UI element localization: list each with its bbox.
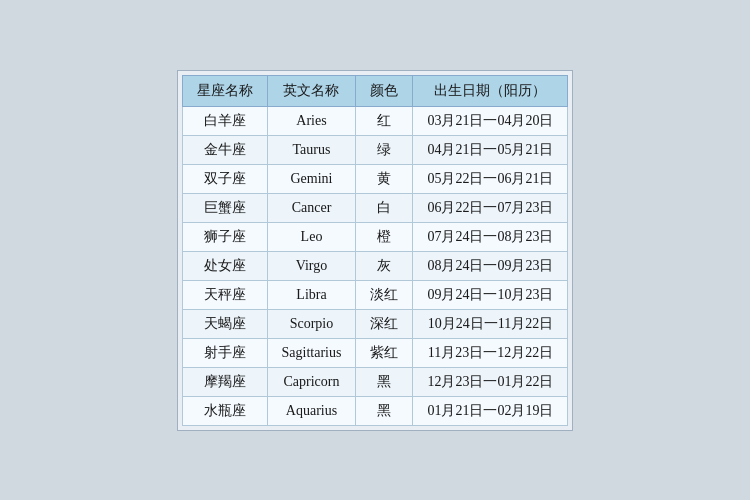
cell-r4-c3: 07月24日一08月23日 bbox=[413, 222, 568, 251]
cell-r5-c1: Virgo bbox=[267, 251, 356, 280]
cell-r0-c3: 03月21日一04月20日 bbox=[413, 106, 568, 135]
cell-r0-c2: 红 bbox=[356, 106, 413, 135]
table-row: 狮子座Leo橙07月24日一08月23日 bbox=[182, 222, 568, 251]
cell-r0-c0: 白羊座 bbox=[182, 106, 267, 135]
col-header-english-name: 英文名称 bbox=[267, 75, 356, 106]
cell-r7-c1: Scorpio bbox=[267, 309, 356, 338]
col-header-birthdate: 出生日期（阳历） bbox=[413, 75, 568, 106]
cell-r6-c3: 09月24日一10月23日 bbox=[413, 280, 568, 309]
table-row: 天蝎座Scorpio深红10月24日一11月22日 bbox=[182, 309, 568, 338]
cell-r6-c0: 天秤座 bbox=[182, 280, 267, 309]
cell-r5-c3: 08月24日一09月23日 bbox=[413, 251, 568, 280]
cell-r2-c0: 双子座 bbox=[182, 164, 267, 193]
cell-r9-c2: 黑 bbox=[356, 367, 413, 396]
cell-r8-c3: 11月23日一12月22日 bbox=[413, 338, 568, 367]
cell-r5-c0: 处女座 bbox=[182, 251, 267, 280]
cell-r7-c3: 10月24日一11月22日 bbox=[413, 309, 568, 338]
cell-r8-c1: Sagittarius bbox=[267, 338, 356, 367]
cell-r8-c2: 紫红 bbox=[356, 338, 413, 367]
cell-r1-c0: 金牛座 bbox=[182, 135, 267, 164]
cell-r3-c2: 白 bbox=[356, 193, 413, 222]
cell-r3-c0: 巨蟹座 bbox=[182, 193, 267, 222]
cell-r7-c0: 天蝎座 bbox=[182, 309, 267, 338]
cell-r6-c2: 淡红 bbox=[356, 280, 413, 309]
cell-r10-c1: Aquarius bbox=[267, 396, 356, 425]
table-body: 白羊座Aries红03月21日一04月20日金牛座Taurus绿04月21日一0… bbox=[182, 106, 568, 425]
cell-r1-c3: 04月21日一05月21日 bbox=[413, 135, 568, 164]
table-row: 天秤座Libra淡红09月24日一10月23日 bbox=[182, 280, 568, 309]
table-header-row: 星座名称 英文名称 颜色 出生日期（阳历） bbox=[182, 75, 568, 106]
cell-r6-c1: Libra bbox=[267, 280, 356, 309]
table-row: 白羊座Aries红03月21日一04月20日 bbox=[182, 106, 568, 135]
col-header-color: 颜色 bbox=[356, 75, 413, 106]
cell-r9-c3: 12月23日一01月22日 bbox=[413, 367, 568, 396]
cell-r10-c2: 黑 bbox=[356, 396, 413, 425]
table-row: 巨蟹座Cancer白06月22日一07月23日 bbox=[182, 193, 568, 222]
zodiac-table-container: 星座名称 英文名称 颜色 出生日期（阳历） 白羊座Aries红03月21日一04… bbox=[177, 70, 574, 431]
col-header-chinese-name: 星座名称 bbox=[182, 75, 267, 106]
cell-r3-c3: 06月22日一07月23日 bbox=[413, 193, 568, 222]
table-row: 射手座Sagittarius紫红11月23日一12月22日 bbox=[182, 338, 568, 367]
cell-r1-c2: 绿 bbox=[356, 135, 413, 164]
cell-r10-c3: 01月21日一02月19日 bbox=[413, 396, 568, 425]
cell-r4-c0: 狮子座 bbox=[182, 222, 267, 251]
cell-r4-c2: 橙 bbox=[356, 222, 413, 251]
cell-r2-c1: Gemini bbox=[267, 164, 356, 193]
table-row: 金牛座Taurus绿04月21日一05月21日 bbox=[182, 135, 568, 164]
table-row: 摩羯座Capricorn黑12月23日一01月22日 bbox=[182, 367, 568, 396]
cell-r4-c1: Leo bbox=[267, 222, 356, 251]
cell-r9-c1: Capricorn bbox=[267, 367, 356, 396]
table-row: 水瓶座Aquarius黑01月21日一02月19日 bbox=[182, 396, 568, 425]
cell-r10-c0: 水瓶座 bbox=[182, 396, 267, 425]
cell-r0-c1: Aries bbox=[267, 106, 356, 135]
cell-r1-c1: Taurus bbox=[267, 135, 356, 164]
cell-r9-c0: 摩羯座 bbox=[182, 367, 267, 396]
zodiac-table: 星座名称 英文名称 颜色 出生日期（阳历） 白羊座Aries红03月21日一04… bbox=[182, 75, 569, 426]
table-row: 双子座Gemini黄05月22日一06月21日 bbox=[182, 164, 568, 193]
table-row: 处女座Virgo灰08月24日一09月23日 bbox=[182, 251, 568, 280]
cell-r3-c1: Cancer bbox=[267, 193, 356, 222]
cell-r2-c2: 黄 bbox=[356, 164, 413, 193]
cell-r2-c3: 05月22日一06月21日 bbox=[413, 164, 568, 193]
cell-r8-c0: 射手座 bbox=[182, 338, 267, 367]
cell-r7-c2: 深红 bbox=[356, 309, 413, 338]
cell-r5-c2: 灰 bbox=[356, 251, 413, 280]
